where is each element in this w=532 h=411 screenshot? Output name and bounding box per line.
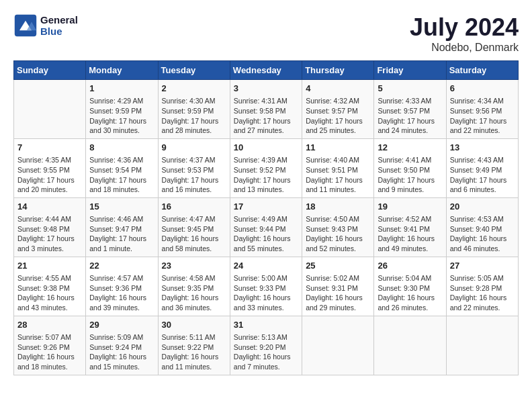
day-info: Sunrise: 4:41 AM Sunset: 9:50 PM Dayligh…	[378, 155, 442, 195]
day-info: Sunrise: 4:57 AM Sunset: 9:36 PM Dayligh…	[89, 273, 154, 313]
calendar-cell: 26Sunrise: 5:04 AM Sunset: 9:30 PM Dayli…	[374, 257, 446, 316]
day-number: 11	[306, 142, 370, 154]
logo-text: General Blue	[40, 14, 78, 37]
day-number: 31	[234, 319, 298, 331]
day-number: 25	[306, 260, 370, 272]
day-number: 6	[450, 83, 515, 95]
day-of-week-header: Saturday	[446, 61, 518, 80]
logo: General Blue	[13, 13, 78, 38]
calendar-cell: 30Sunrise: 5:11 AM Sunset: 9:22 PM Dayli…	[158, 316, 230, 375]
calendar-cell	[14, 80, 86, 139]
calendar-cell: 4Sunrise: 4:32 AM Sunset: 9:57 PM Daylig…	[302, 80, 374, 139]
day-info: Sunrise: 4:30 AM Sunset: 9:59 PM Dayligh…	[162, 96, 226, 136]
calendar-cell: 13Sunrise: 4:43 AM Sunset: 9:49 PM Dayli…	[446, 138, 518, 197]
day-info: Sunrise: 5:07 AM Sunset: 9:26 PM Dayligh…	[17, 332, 82, 372]
day-number: 14	[17, 201, 82, 213]
calendar-cell: 23Sunrise: 4:58 AM Sunset: 9:35 PM Dayli…	[158, 257, 230, 316]
calendar-table: SundayMondayTuesdayWednesdayThursdayFrid…	[13, 60, 519, 375]
day-of-week-header: Sunday	[14, 61, 86, 80]
day-number: 19	[378, 201, 442, 213]
day-info: Sunrise: 4:50 AM Sunset: 9:43 PM Dayligh…	[306, 214, 370, 254]
day-number: 4	[306, 83, 370, 95]
day-info: Sunrise: 5:13 AM Sunset: 9:20 PM Dayligh…	[234, 332, 298, 372]
calendar-cell: 16Sunrise: 4:47 AM Sunset: 9:45 PM Dayli…	[158, 197, 230, 257]
day-of-week-header: Wednesday	[230, 61, 302, 80]
day-info: Sunrise: 5:00 AM Sunset: 9:33 PM Dayligh…	[234, 273, 298, 313]
day-number: 18	[306, 201, 370, 213]
calendar-cell: 21Sunrise: 4:55 AM Sunset: 9:38 PM Dayli…	[14, 257, 86, 316]
calendar-cell: 11Sunrise: 4:40 AM Sunset: 9:51 PM Dayli…	[302, 138, 374, 197]
day-number: 28	[17, 319, 82, 331]
day-number: 30	[162, 319, 226, 331]
calendar-cell: 25Sunrise: 5:02 AM Sunset: 9:31 PM Dayli…	[302, 257, 374, 316]
location: Nodebo, Denmark	[410, 42, 519, 54]
day-info: Sunrise: 4:53 AM Sunset: 9:40 PM Dayligh…	[450, 214, 515, 254]
day-info: Sunrise: 4:43 AM Sunset: 9:49 PM Dayligh…	[450, 155, 515, 195]
day-number: 17	[234, 201, 298, 213]
calendar-cell: 2Sunrise: 4:30 AM Sunset: 9:59 PM Daylig…	[158, 80, 230, 139]
day-info: Sunrise: 4:32 AM Sunset: 9:57 PM Dayligh…	[306, 96, 370, 136]
calendar-cell: 8Sunrise: 4:36 AM Sunset: 9:54 PM Daylig…	[86, 138, 158, 197]
day-info: Sunrise: 5:11 AM Sunset: 9:22 PM Dayligh…	[162, 332, 226, 372]
calendar-week-row: 7Sunrise: 4:35 AM Sunset: 9:55 PM Daylig…	[14, 138, 519, 197]
day-number: 20	[450, 201, 515, 213]
day-number: 3	[234, 83, 298, 95]
month-year: July 2024	[410, 13, 519, 42]
calendar-cell: 20Sunrise: 4:53 AM Sunset: 9:40 PM Dayli…	[446, 197, 518, 257]
day-number: 26	[378, 260, 442, 272]
day-of-week-header: Tuesday	[158, 61, 230, 80]
day-info: Sunrise: 4:31 AM Sunset: 9:58 PM Dayligh…	[234, 96, 298, 136]
day-info: Sunrise: 4:36 AM Sunset: 9:54 PM Dayligh…	[89, 155, 154, 195]
day-of-week-header: Monday	[86, 61, 158, 80]
day-info: Sunrise: 4:37 AM Sunset: 9:53 PM Dayligh…	[162, 155, 226, 195]
day-number: 21	[17, 260, 82, 272]
calendar-cell: 10Sunrise: 4:39 AM Sunset: 9:52 PM Dayli…	[230, 138, 302, 197]
day-number: 7	[17, 142, 82, 154]
day-number: 12	[378, 142, 442, 154]
day-number: 10	[234, 142, 298, 154]
calendar-week-row: 21Sunrise: 4:55 AM Sunset: 9:38 PM Dayli…	[14, 257, 519, 316]
day-info: Sunrise: 5:04 AM Sunset: 9:30 PM Dayligh…	[378, 273, 442, 313]
day-number: 27	[450, 260, 515, 272]
day-number: 29	[89, 319, 154, 331]
calendar-cell: 1Sunrise: 4:29 AM Sunset: 9:59 PM Daylig…	[86, 80, 158, 139]
calendar-header-row: SundayMondayTuesdayWednesdayThursdayFrid…	[14, 61, 519, 80]
calendar-body: 1Sunrise: 4:29 AM Sunset: 9:59 PM Daylig…	[14, 80, 519, 375]
day-info: Sunrise: 4:34 AM Sunset: 9:56 PM Dayligh…	[450, 96, 515, 136]
calendar-cell: 24Sunrise: 5:00 AM Sunset: 9:33 PM Dayli…	[230, 257, 302, 316]
calendar-cell	[302, 316, 374, 375]
day-number: 8	[89, 142, 154, 154]
page-header: General Blue July 2024 Nodebo, Denmark	[13, 13, 519, 54]
calendar-cell: 29Sunrise: 5:09 AM Sunset: 9:24 PM Dayli…	[86, 316, 158, 375]
calendar-cell: 28Sunrise: 5:07 AM Sunset: 9:26 PM Dayli…	[14, 316, 86, 375]
day-info: Sunrise: 4:49 AM Sunset: 9:44 PM Dayligh…	[234, 214, 298, 254]
day-info: Sunrise: 4:55 AM Sunset: 9:38 PM Dayligh…	[17, 273, 82, 313]
day-number: 16	[162, 201, 226, 213]
day-info: Sunrise: 4:58 AM Sunset: 9:35 PM Dayligh…	[162, 273, 226, 313]
day-number: 22	[89, 260, 154, 272]
day-info: Sunrise: 4:44 AM Sunset: 9:48 PM Dayligh…	[17, 214, 82, 254]
day-info: Sunrise: 5:05 AM Sunset: 9:28 PM Dayligh…	[450, 273, 515, 313]
calendar-cell: 22Sunrise: 4:57 AM Sunset: 9:36 PM Dayli…	[86, 257, 158, 316]
calendar-cell: 6Sunrise: 4:34 AM Sunset: 9:56 PM Daylig…	[446, 80, 518, 139]
day-info: Sunrise: 4:35 AM Sunset: 9:55 PM Dayligh…	[17, 155, 82, 195]
calendar-cell: 31Sunrise: 5:13 AM Sunset: 9:20 PM Dayli…	[230, 316, 302, 375]
day-info: Sunrise: 4:47 AM Sunset: 9:45 PM Dayligh…	[162, 214, 226, 254]
day-info: Sunrise: 4:40 AM Sunset: 9:51 PM Dayligh…	[306, 155, 370, 195]
day-number: 5	[378, 83, 442, 95]
calendar-cell	[374, 316, 446, 375]
calendar-cell: 18Sunrise: 4:50 AM Sunset: 9:43 PM Dayli…	[302, 197, 374, 257]
day-number: 23	[162, 260, 226, 272]
day-of-week-header: Friday	[374, 61, 446, 80]
day-number: 15	[89, 201, 154, 213]
day-info: Sunrise: 5:02 AM Sunset: 9:31 PM Dayligh…	[306, 273, 370, 313]
day-info: Sunrise: 4:29 AM Sunset: 9:59 PM Dayligh…	[89, 96, 154, 136]
day-info: Sunrise: 5:09 AM Sunset: 9:24 PM Dayligh…	[89, 332, 154, 372]
calendar-cell: 9Sunrise: 4:37 AM Sunset: 9:53 PM Daylig…	[158, 138, 230, 197]
calendar-cell	[446, 316, 518, 375]
day-info: Sunrise: 4:33 AM Sunset: 9:57 PM Dayligh…	[378, 96, 442, 136]
calendar-cell: 3Sunrise: 4:31 AM Sunset: 9:58 PM Daylig…	[230, 80, 302, 139]
day-info: Sunrise: 4:39 AM Sunset: 9:52 PM Dayligh…	[234, 155, 298, 195]
day-number: 24	[234, 260, 298, 272]
calendar-cell: 17Sunrise: 4:49 AM Sunset: 9:44 PM Dayli…	[230, 197, 302, 257]
